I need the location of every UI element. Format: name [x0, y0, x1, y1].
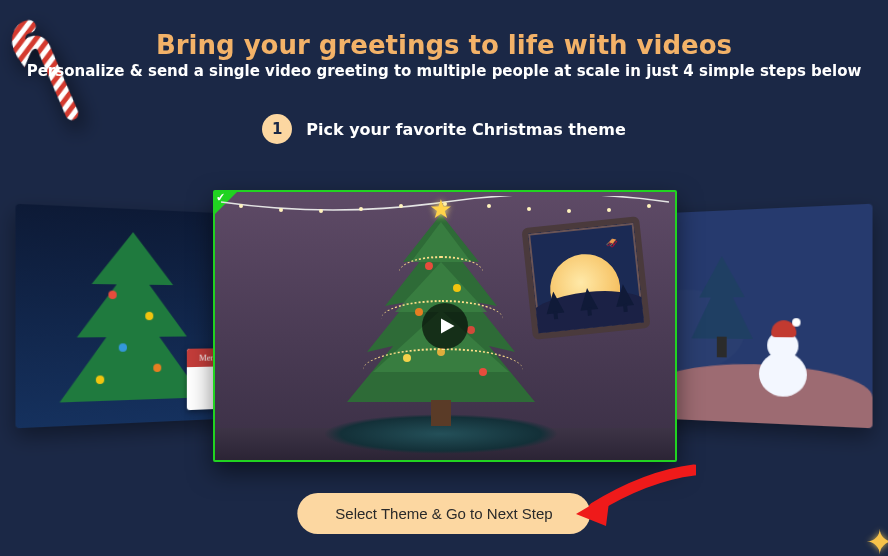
- select-theme-next-button[interactable]: Select Theme & Go to Next Step: [297, 493, 590, 534]
- svg-rect-24: [587, 308, 592, 316]
- svg-rect-9: [717, 337, 727, 358]
- svg-point-20: [647, 204, 651, 208]
- svg-marker-23: [578, 287, 598, 311]
- svg-point-4: [145, 312, 153, 320]
- play-button[interactable]: [422, 303, 468, 349]
- theme-card-prev[interactable]: Merry C: [15, 204, 240, 429]
- step-number-badge: 1: [262, 114, 292, 144]
- sleigh-silhouette: 🛷: [605, 237, 618, 249]
- theme-card-next[interactable]: [648, 204, 873, 429]
- step-label: Pick your favorite Christmas theme: [306, 120, 625, 139]
- svg-point-3: [108, 291, 116, 300]
- snowman-illustration: [759, 331, 807, 398]
- svg-point-19: [607, 208, 611, 212]
- annotation-arrow: [576, 464, 696, 528]
- play-icon: [438, 317, 456, 335]
- svg-marker-2: [60, 230, 203, 403]
- page-subtitle: Personalize & send a single video greeti…: [0, 62, 888, 80]
- star-icon: ★: [429, 194, 452, 224]
- pine-tree-illustration: [688, 255, 757, 375]
- theme-carousel: Merry C ✔: [0, 190, 888, 458]
- page-title: Bring your greetings to life with videos: [0, 30, 888, 60]
- svg-rect-26: [623, 304, 628, 312]
- svg-marker-8: [691, 255, 752, 339]
- svg-point-11: [279, 208, 283, 212]
- svg-rect-31: [431, 400, 451, 426]
- step-indicator: 1 Pick your favorite Christmas theme: [0, 114, 888, 144]
- theme-card-selected[interactable]: ✔ 🛷 ★: [213, 190, 677, 462]
- svg-marker-25: [614, 283, 634, 307]
- sparkle-decoration: ✦: [866, 522, 889, 556]
- svg-point-10: [239, 204, 243, 208]
